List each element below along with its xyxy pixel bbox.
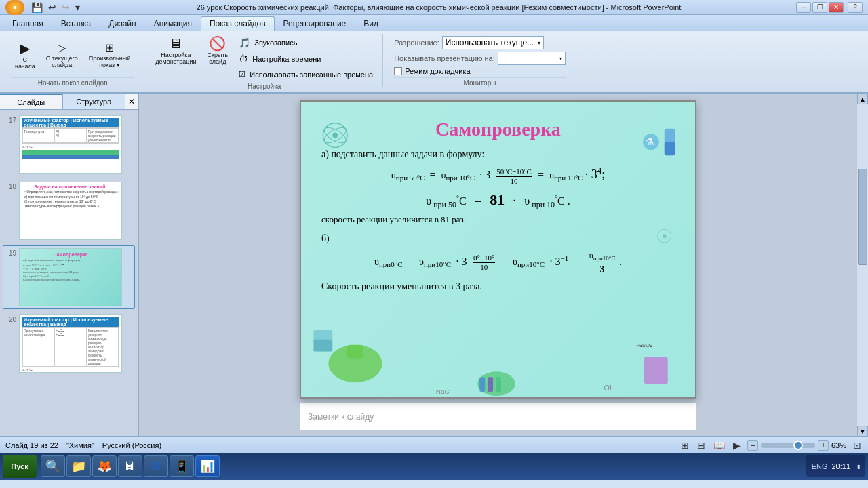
taskbar-search[interactable]: 🔍 — [41, 455, 65, 477]
taskbar-word[interactable]: W — [144, 455, 168, 477]
redo-button[interactable]: ↪ — [60, 2, 71, 13]
taskbar-firefox[interactable]: 🦊 — [92, 455, 117, 477]
systray-lang[interactable]: ENG — [812, 462, 828, 470]
taskbar-whatsapp[interactable]: 📱 — [170, 455, 194, 477]
tab-view[interactable]: Вид — [355, 16, 387, 30]
slide-thumb-18[interactable]: 18 Задача на применение знаний: • Опреде… — [3, 179, 135, 243]
time-setup-icon: ⏱ — [239, 54, 248, 64]
fit-window-button[interactable]: ⊡ — [852, 440, 863, 451]
tab-design[interactable]: Дизайн — [100, 16, 144, 30]
tab-insert[interactable]: Вставка — [52, 16, 100, 30]
notes-placeholder: Заметки к слайду — [308, 412, 374, 422]
use-recorded-button[interactable]: ☑ Использовать записанные времена — [235, 68, 377, 81]
from-start-button[interactable]: ▶ Сначала — [11, 39, 39, 73]
zoom-slider[interactable] — [761, 443, 815, 448]
taskbar-explorer[interactable]: 📁 — [66, 455, 91, 477]
slide-sorter-button[interactable]: ⊟ — [696, 440, 707, 451]
slide-thumb-19[interactable]: 19 Самопроверка а) подставить данные зад… — [3, 245, 135, 309]
slide-scrollbar[interactable]: ▲ ▼ — [857, 94, 868, 436]
quickaccess-dropdown[interactable]: ▾ — [74, 2, 81, 13]
formula-dot-1: · 3 — [479, 169, 490, 180]
slide-17-table: Температура AlAl При нагревании скорость… — [22, 127, 119, 144]
slide-num-18: 18 — [5, 182, 16, 190]
slide-panel-tabs: Слайды Структура ✕ — [0, 94, 138, 110]
formula-sub1: при 50°С — [396, 174, 425, 182]
slide-thumb-17[interactable]: 17 Изучаемый фактор | Используемые вещес… — [3, 113, 135, 176]
presenter-checkbox[interactable] — [394, 67, 402, 75]
svg-rect-7 — [347, 345, 363, 359]
hide-slide-button[interactable]: 🚫 Скрытьслайд — [203, 34, 233, 68]
formula-b-frac-num: υпри10°С — [589, 249, 616, 264]
result-a: скорость реакции увеличится в 81 раз. — [321, 214, 675, 225]
show-on-dropdown[interactable]: ▾ — [498, 52, 566, 65]
svg-text:OH: OH — [604, 384, 615, 392]
minimize-button[interactable]: ─ — [796, 2, 811, 13]
formula-b-frac-den: 3 — [589, 264, 616, 276]
slide-thumb-20[interactable]: 20 Изучаемый фактор | Используемые вещес… — [3, 312, 135, 375]
taskbar: Пуск 🔍 📁 🦊 🖩 W 📱 📊 ENG 20:11 ▮ — [0, 453, 868, 480]
save-button[interactable]: 💾 — [30, 2, 44, 13]
formula-b-den: 10 — [473, 263, 495, 272]
undo-button[interactable]: ↩ — [47, 2, 58, 13]
language: Русский (Россия) — [102, 441, 161, 449]
tab-home[interactable]: Главная — [3, 16, 52, 30]
ribbon-tabs: Главная Вставка Дизайн Анимация Показ сл… — [0, 15, 868, 31]
taskbar-calculator[interactable]: 🖩 — [118, 455, 142, 477]
time-setup-button[interactable]: ⏱ Настройка времени — [235, 52, 377, 66]
slide-preview-18: Задача на применение знаний: • Определит… — [19, 182, 122, 240]
setup-demo-button[interactable]: 🖥 Настройкадемонстрации — [151, 34, 200, 68]
slide-17-cell: Температура — [22, 128, 54, 143]
slide-title: Самопроверка — [301, 119, 695, 140]
close-button[interactable]: ✕ — [829, 2, 844, 13]
office-button[interactable]: ● — [5, 0, 24, 15]
sound-rec-button[interactable]: 🎵 Звукозапись — [235, 35, 377, 50]
custom-show-button[interactable]: ⊞ Произвольныйпоказ ▾ — [85, 40, 135, 71]
formula-a2-c: C — [459, 195, 467, 207]
formula-power4: · 34; — [585, 167, 606, 181]
show-desktop-button[interactable]: ▮ — [857, 464, 860, 470]
tab-review[interactable]: Рецензирование — [275, 16, 355, 30]
slide-20-content: Изучаемый фактор | Используемые вещества… — [20, 315, 121, 372]
from-current-icon: ▷ — [58, 43, 66, 54]
formula-a2-v: υ — [426, 195, 431, 207]
slide-18-bullet1: • Определите, как изменяется скорость не… — [22, 190, 119, 194]
reading-view-button[interactable]: 📖 — [712, 440, 726, 451]
tab-animation[interactable]: Анимация — [145, 16, 201, 30]
zoom-minus-button[interactable]: − — [747, 440, 758, 451]
tab-slideshow[interactable]: Показ слайдов — [201, 16, 275, 30]
slide-17-bar2 — [22, 155, 119, 159]
slide-20-cell1: Присутствие катализатора — [22, 327, 54, 367]
slide-panel-close[interactable]: ✕ — [125, 94, 138, 110]
maximize-button[interactable]: ❐ — [812, 2, 827, 13]
slide-num-20: 20 — [5, 314, 16, 323]
setup-demo-label: Настройкадемонстрации — [155, 52, 196, 65]
task-a-label: а) подставить данные задачи в формулу: — [321, 149, 675, 160]
group-start-show-label: Начать показ слайдов — [11, 77, 134, 87]
from-current-button[interactable]: ▷ С текущегослайда — [42, 40, 82, 71]
scroll-up-button[interactable]: ▲ — [857, 94, 868, 104]
normal-view-button[interactable]: ⊞ — [679, 440, 690, 451]
tab-structure[interactable]: Структура — [63, 94, 126, 109]
theme-name: "Химия" — [66, 441, 94, 449]
zoom-plus-button[interactable]: + — [818, 440, 829, 451]
sound-rec-icon: 🎵 — [239, 37, 250, 48]
time-setup-label: Настройка времени — [252, 55, 321, 63]
start-button[interactable]: Пуск — [3, 455, 37, 478]
slideshow-button[interactable]: ▶ — [732, 440, 742, 451]
zoom-slider-thumb[interactable] — [793, 441, 803, 450]
equals-b3: = — [576, 256, 585, 267]
formula-b-sub2: при10°С — [424, 260, 451, 268]
resolution-dropdown[interactable]: Использовать текуще... ▾ — [442, 36, 544, 49]
slide-num-17: 17 — [5, 115, 16, 124]
slide-20-formula: V₁ > V₂ — [22, 368, 119, 372]
tab-slides[interactable]: Слайды — [0, 94, 63, 109]
svg-point-8 — [477, 371, 515, 396]
taskbar-powerpoint[interactable]: 📊 — [195, 455, 220, 477]
slide-info: Слайд 19 из 22 — [5, 441, 58, 449]
scroll-down-button[interactable]: ▼ — [857, 426, 868, 436]
folder-icon: 📁 — [71, 459, 86, 474]
notes-area[interactable]: Заметки к слайду — [300, 403, 696, 430]
title-bar: ● 💾 ↩ ↪ ▾ 26 урок Скорость химических ре… — [0, 0, 868, 15]
scroll-thumb[interactable] — [858, 169, 867, 265]
help-button[interactable]: ? — [848, 2, 863, 13]
